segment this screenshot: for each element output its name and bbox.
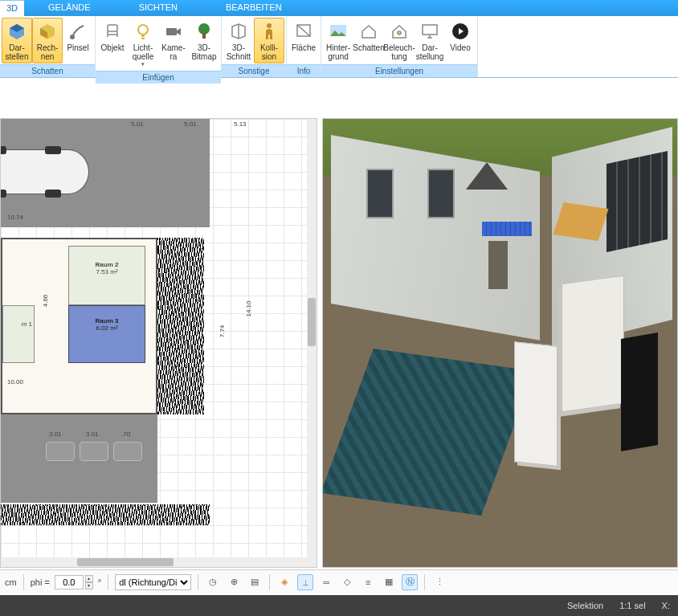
kamera-button[interactable]: Kame- ra	[158, 18, 189, 63]
menu-dots-icon[interactable]: ⋮	[431, 574, 447, 590]
viewport-3d[interactable]	[322, 118, 678, 568]
room-1: m 1	[2, 305, 35, 363]
dim-1410: 14.10	[245, 300, 252, 316]
deg-label: °	[98, 577, 101, 587]
group-schatten: Dar- stellen Rech- nen Pinsel Schatten	[0, 16, 96, 77]
scrollbar-vertical-2d[interactable]	[307, 119, 317, 567]
phi-input[interactable]	[55, 575, 84, 589]
house-outline: Raum 2 7.53 m² Raum 3 6.02 m² m 1	[1, 238, 157, 414]
dim-466: 4.66	[42, 295, 49, 308]
ribbon: Dar- stellen Rech- nen Pinsel Schatten O…	[0, 16, 678, 78]
svg-rect-10	[423, 25, 437, 35]
dl-select[interactable]: dl (Richtung/Di	[115, 574, 191, 590]
beleuchtung-button[interactable]: Beleuch- tung	[384, 18, 415, 63]
area-icon	[292, 20, 315, 43]
snap-plane-icon[interactable]: ◇	[339, 574, 355, 590]
window-3d-2	[427, 169, 455, 218]
clock-icon[interactable]: ◷	[205, 574, 221, 590]
section-icon	[227, 20, 250, 43]
lichtquelle-button[interactable]: Licht- quelle	[128, 18, 158, 71]
video-button[interactable]: Video	[445, 18, 476, 63]
darstellen-button[interactable]: Dar- stellen	[2, 18, 32, 63]
tab-gelaende[interactable]: GELÄNDE	[24, 0, 115, 16]
snap-grid-icon[interactable]: ▦	[381, 574, 397, 590]
group-info: Fläche Info	[287, 16, 321, 77]
separator	[424, 574, 425, 590]
hintergrund-button[interactable]: Hinter- grund	[323, 18, 353, 63]
phi-label: phi =	[31, 577, 50, 587]
parked-car-1	[46, 442, 75, 461]
objekt-button[interactable]: Objekt	[97, 18, 128, 63]
scroll-thumb-h[interactable]	[77, 558, 174, 566]
scrollbar-horizontal-2d[interactable]	[1, 557, 307, 567]
cube-shaded-icon	[6, 20, 28, 43]
viewport-2d[interactable]: 10.74 5.01 5.01 5.13 Raum 2 7.53 m² Raum…	[0, 118, 317, 568]
unit-label: cm	[5, 577, 17, 587]
tab-bearbeiten[interactable]: BEARBEITEN	[202, 0, 306, 16]
schatten-settings-button[interactable]: Schatten	[353, 18, 384, 63]
tree-icon	[193, 20, 215, 43]
3d-bitmap-button[interactable]: 3D- Bitmap	[189, 18, 219, 63]
north-icon[interactable]: Ⓝ	[402, 574, 418, 590]
darstellung-button[interactable]: Dar- stellung	[415, 18, 445, 63]
snap-lines-icon[interactable]: ≡	[360, 574, 376, 590]
person-icon	[258, 20, 280, 43]
parked-car-3	[113, 442, 142, 461]
snap-parallel-icon[interactable]: ═	[318, 574, 334, 590]
cabinet-3d	[562, 275, 624, 413]
svg-point-9	[398, 31, 401, 35]
room3-area: 6.02 m²	[69, 324, 145, 332]
svg-rect-3	[166, 28, 177, 35]
status-x: X:	[662, 601, 670, 610]
dim-501a: 5.01	[131, 120, 144, 128]
tab-sichten[interactable]: SICHTEN	[115, 0, 202, 16]
kollision-button[interactable]: Kolli- sion	[254, 18, 284, 63]
separator	[108, 574, 108, 590]
svg-point-6	[267, 23, 272, 28]
dim-301a: 3.01	[49, 430, 62, 438]
scroll-thumb-v[interactable]	[308, 298, 316, 346]
dim-774: 7.74	[219, 325, 226, 338]
cube-orange-icon[interactable]: ◈	[276, 574, 292, 590]
tile-strip	[482, 222, 532, 236]
group-einstellungen: Hinter- grund Schatten Beleuch- tung Dar…	[321, 16, 478, 77]
room2-label: Raum 2	[69, 261, 145, 268]
room-3: Raum 3 6.02 m²	[68, 305, 145, 363]
layers-icon[interactable]: ▤	[247, 574, 263, 590]
bottom-toolbar: cm phi = ▴▾ ° dl (Richtung/Di ◷ ⊕ ▤ ◈ ⟂ …	[0, 569, 678, 594]
pinsel-button[interactable]: Pinsel	[63, 18, 93, 63]
status-bar: Selektion 1:1 sel X:	[0, 595, 678, 616]
status-selektion: Selektion	[567, 601, 603, 610]
house-light-icon	[388, 20, 410, 43]
range-hood-3d	[621, 332, 658, 451]
dim-1000: 10.00	[7, 378, 23, 386]
door-3d	[487, 239, 509, 291]
vegetation-right	[157, 238, 204, 414]
group-label-schatten: Schatten	[0, 64, 95, 77]
rechnen-button[interactable]: Rech- nen	[32, 18, 63, 63]
parked-car-2	[80, 442, 108, 461]
svg-rect-5	[202, 33, 206, 39]
svg-point-2	[138, 25, 148, 35]
flaeche-button[interactable]: Fläche	[288, 18, 319, 63]
window-3d-1	[366, 169, 394, 218]
group-label-info: Info	[287, 64, 321, 77]
svg-rect-1	[108, 25, 117, 31]
3d-schnitt-button[interactable]: 3D- Schnitt	[223, 18, 254, 63]
group-sonstige: 3D- Schnitt Kolli- sion Sonstige	[222, 16, 287, 77]
car-icon	[0, 149, 89, 194]
tab-3d[interactable]: 3D	[0, 0, 24, 16]
separator	[269, 574, 270, 590]
menu-tabstrip: 3D GELÄNDE SICHTEN BEARBEITEN	[0, 0, 678, 16]
separator	[23, 574, 24, 590]
separator	[198, 574, 198, 590]
globe-icon[interactable]: ⊕	[226, 574, 242, 590]
brush-icon	[67, 20, 89, 43]
phi-spinner[interactable]: ▴▾	[85, 575, 93, 589]
dim-70: .70	[121, 430, 130, 438]
snap-perp-icon[interactable]: ⟂	[297, 574, 313, 590]
landscape-icon	[327, 20, 349, 43]
dim-513: 5.13	[234, 120, 247, 128]
chair-icon	[101, 20, 124, 43]
workspace: 10.74 5.01 5.01 5.13 Raum 2 7.53 m² Raum…	[0, 78, 678, 568]
